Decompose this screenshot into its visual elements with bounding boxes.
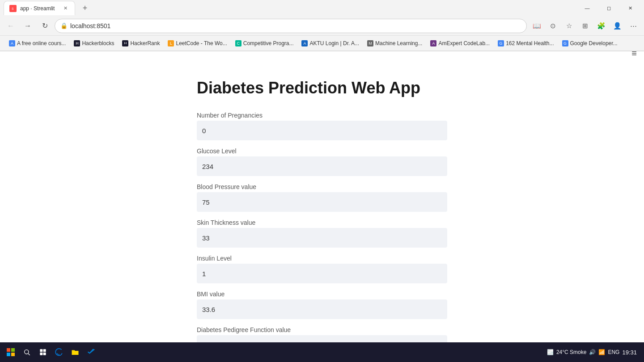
file-explorer-button[interactable] (68, 345, 82, 359)
svg-line-7 (28, 354, 30, 355)
input-blood-pressure[interactable] (197, 192, 447, 212)
tab-favicon: S (9, 5, 17, 12)
input-pregnancies[interactable] (197, 121, 447, 140)
bookmark-favicon: A (430, 40, 436, 46)
bookmark-leetcode[interactable]: L LeetCode - The Wo... (164, 38, 230, 48)
bookmark-hackerblocks[interactable]: H Hackerblocks (70, 38, 118, 48)
address-bar[interactable]: 🔒 localhost:8501 (55, 19, 527, 33)
bookmark-favicon: L (168, 40, 174, 46)
bookmark-ml[interactable]: M Machine Learning... (364, 38, 426, 48)
field-pregnancies: Number of Pregnancies (197, 112, 447, 140)
bookmark-label: 162 Mental Health... (506, 40, 554, 46)
immersive-reader-button[interactable]: ⊙ (546, 19, 560, 33)
svg-rect-10 (40, 353, 42, 355)
edge-taskbar-button[interactable] (52, 345, 66, 359)
input-skin-thickness[interactable] (197, 228, 447, 248)
lang-indicator: ENG (608, 349, 619, 355)
bookmark-favicon: H (74, 40, 80, 46)
new-tab-button[interactable]: + (79, 2, 91, 14)
bookmark-label: AmExpert CodeLab... (438, 40, 490, 46)
field-bmi: BMI value (197, 290, 447, 319)
app-container: Diabetes Prediction Web App Number of Pr… (188, 78, 456, 362)
label-pregnancies: Number of Pregnancies (197, 112, 447, 119)
bookmark-favicon: M (367, 40, 373, 46)
system-clock: 19:31 (622, 349, 637, 356)
bookmark-favicon: G (498, 40, 504, 46)
clock-time: 19:31 (622, 349, 637, 356)
input-glucose[interactable] (197, 156, 447, 176)
taskbar-system-tray: 🌫️ 24°C Smoke 🔊 📶 ENG 19:31 (543, 349, 640, 356)
bookmark-label: Competitive Progra... (243, 40, 294, 46)
tab-close-button[interactable]: ✕ (61, 4, 69, 13)
bookmarks-bar: A A free online cours... H Hackerblocks … (0, 36, 644, 51)
bookmark-favicon: A (301, 40, 308, 46)
weather-text: 24°C Smoke (556, 349, 587, 355)
page-wrapper: Diabetes Prediction Web App Number of Pr… (0, 51, 644, 362)
bookmark-amexpert[interactable]: A AmExpert CodeLab... (427, 38, 493, 48)
field-skin-thickness: Skin Thickness value (197, 219, 447, 248)
field-insulin: Insulin Level (197, 255, 447, 283)
field-glucose: Glucose Level (197, 147, 447, 176)
bookmark-label: AKTU Login | Dr. A... (309, 40, 359, 46)
svg-rect-3 (11, 348, 15, 352)
label-blood-pressure: Blood Pressure value (197, 183, 447, 190)
bookmark-hackerrank[interactable]: H HackerRank (119, 38, 163, 48)
start-button[interactable] (4, 345, 18, 359)
bookmark-free-online[interactable]: A A free online cours... (5, 38, 69, 48)
bookmark-mental-health[interactable]: G 162 Mental Health... (494, 38, 557, 48)
input-insulin[interactable] (197, 264, 447, 283)
svg-rect-5 (11, 353, 15, 356)
toolbar-icons: 📖 ⊙ ☆ ⊞ 🧩 👤 ⋯ (530, 19, 640, 33)
input-bmi[interactable] (197, 299, 447, 319)
profile-button[interactable]: 👤 (610, 19, 624, 33)
streamlit-menu-button[interactable]: ≡ (631, 48, 637, 59)
bookmark-label: Machine Learning... (375, 40, 422, 46)
minimize-button[interactable]: — (577, 0, 597, 16)
svg-rect-8 (40, 349, 42, 352)
refresh-button[interactable]: ↻ (38, 19, 52, 33)
close-button[interactable]: ✕ (620, 0, 640, 16)
bookmark-favicon: A (9, 40, 15, 46)
collections-button[interactable]: ⊞ (578, 19, 592, 33)
tab-title: app · Streamlit (20, 5, 58, 12)
search-taskbar-button[interactable] (20, 345, 34, 359)
task-view-button[interactable] (36, 345, 50, 359)
taskbar: 🌫️ 24°C Smoke 🔊 📶 ENG 19:31 (0, 342, 644, 362)
label-bmi: BMI value (197, 290, 447, 298)
more-options-button[interactable]: ⋯ (626, 19, 640, 33)
bookmark-label: Google Developer... (570, 40, 618, 46)
field-blood-pressure: Blood Pressure value (197, 183, 447, 212)
main-content: Diabetes Prediction Web App Number of Pr… (0, 51, 644, 362)
label-insulin: Insulin Level (197, 255, 447, 262)
bookmark-label: A free online cours... (17, 40, 66, 46)
read-mode-button[interactable]: 📖 (530, 19, 544, 33)
weather-icon: 🌫️ (547, 349, 554, 355)
network-icon: 📶 (598, 349, 605, 355)
bookmark-favicon: H (122, 40, 128, 46)
svg-point-6 (25, 350, 29, 354)
window-controls: — ◻ ✕ (577, 0, 640, 16)
security-icon: 🔒 (60, 22, 68, 29)
bookmark-competitive[interactable]: C Competitive Progra... (232, 38, 297, 48)
title-bar: S app · Streamlit ✕ + — ◻ ✕ (0, 0, 644, 16)
browser-chrome: S app · Streamlit ✕ + — ◻ ✕ ← → ↻ 🔒 loca… (0, 0, 644, 51)
vscode-button[interactable] (84, 345, 98, 359)
label-glucose: Glucose Level (197, 147, 447, 155)
label-dpf: Diabetes Pedigree Function value (197, 326, 447, 333)
bookmark-label: LeetCode - The Wo... (176, 40, 227, 46)
bookmark-aktu[interactable]: A AKTU Login | Dr. A... (298, 38, 363, 48)
forward-button[interactable]: → (21, 19, 35, 33)
svg-rect-4 (7, 353, 10, 356)
address-text: localhost:8501 (70, 22, 521, 29)
svg-text:S: S (12, 7, 14, 10)
maximize-button[interactable]: ◻ (598, 0, 619, 16)
back-button[interactable]: ← (4, 19, 18, 33)
extensions-button[interactable]: 🧩 (594, 19, 608, 33)
address-bar-row: ← → ↻ 🔒 localhost:8501 📖 ⊙ ☆ ⊞ 🧩 👤 ⋯ (0, 16, 644, 36)
favorites-button[interactable]: ☆ (562, 19, 576, 33)
svg-rect-2 (7, 348, 10, 352)
bookmark-google-dev[interactable]: G Google Developer... (559, 38, 621, 48)
bookmark-label: HackerRank (130, 40, 160, 46)
volume-icon: 🔊 (589, 349, 596, 355)
active-tab[interactable]: S app · Streamlit ✕ (4, 1, 75, 15)
